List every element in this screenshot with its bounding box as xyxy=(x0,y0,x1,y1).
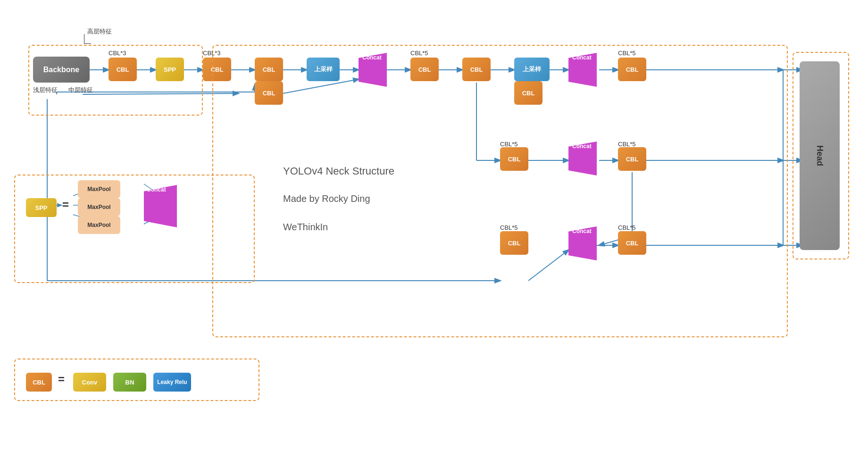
leaky-relu-block-legend: Leaky Relu xyxy=(153,373,191,392)
shallow-feature-label: 浅层特征 xyxy=(33,86,58,94)
cbl-block-1: CBL xyxy=(108,58,137,81)
spp-explanation-box xyxy=(14,175,255,283)
concat-shape-4: Concat xyxy=(568,226,597,260)
spp-block-legend: SPP xyxy=(26,198,57,217)
cbl-block-low-1: CBL xyxy=(500,231,528,255)
mid-feature-label: 中层特征 xyxy=(68,86,93,94)
backbone-block: Backbone xyxy=(33,57,90,83)
neck-dashed-box xyxy=(212,45,788,337)
main-title: YOLOv4 Neck Structure xyxy=(283,165,394,177)
spp-block-top: SPP xyxy=(156,58,184,81)
cbl-equals: = xyxy=(58,373,65,386)
high-feature-label: 高层特征 xyxy=(87,27,112,36)
head-block: Head xyxy=(800,61,840,250)
cbl-block-mid-row-2: CBL xyxy=(618,147,646,171)
cbl5-mid-label2: CBL*5 xyxy=(618,141,636,148)
concat-shape-3: Concat xyxy=(568,142,597,175)
high-feature-line xyxy=(84,34,84,43)
cbl5-low-label: CBL*5 xyxy=(500,224,518,231)
maxpool-block-1: MaxPool xyxy=(78,180,120,198)
cbl3-label-1: CBL*3 xyxy=(108,50,126,57)
subtitle1: Made by Rocky Ding xyxy=(283,193,370,204)
bn-block-legend: BN xyxy=(113,373,146,392)
cbl5-low-label2: CBL*5 xyxy=(618,224,636,231)
maxpool-block-3: MaxPool xyxy=(78,216,120,234)
cbl-block-low-2: CBL xyxy=(618,231,646,255)
subtitle2: WeThinkIn xyxy=(283,222,328,233)
high-feature-line2 xyxy=(84,43,91,44)
conv-block-legend: Conv xyxy=(73,373,106,392)
cbl-legend-block: CBL xyxy=(26,373,52,392)
diagram-container: Backbone 高层特征 浅层特征 中层特征 CBL*3 CBL*3 CBL*… xyxy=(0,0,868,451)
spp-equals: = xyxy=(62,198,69,211)
concat-shape-spp: Concat xyxy=(144,185,177,227)
cbl-block-mid-row-1: CBL xyxy=(500,147,528,171)
cbl5-mid-label: CBL*5 xyxy=(500,141,518,148)
maxpool-block-2: MaxPool xyxy=(78,198,120,216)
